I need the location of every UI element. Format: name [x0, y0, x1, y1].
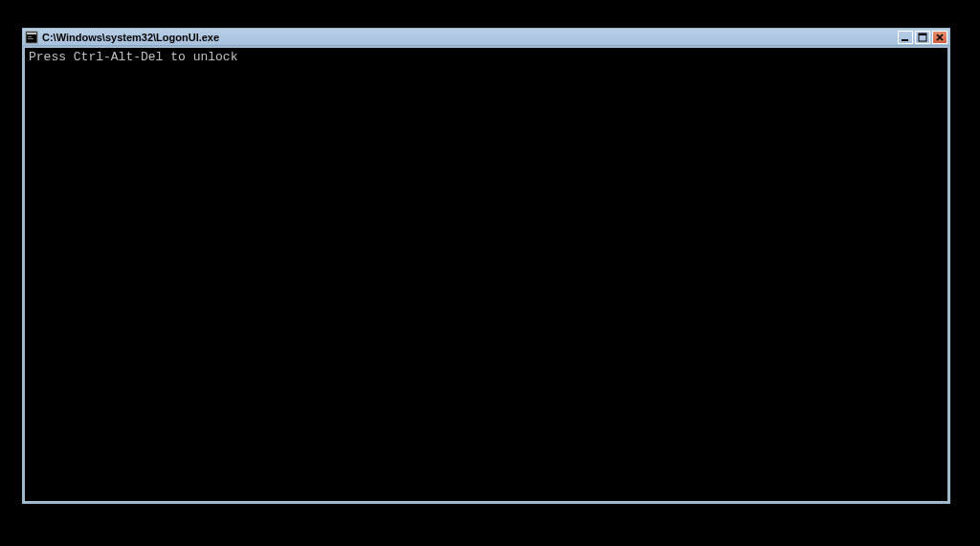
console-line: Press Ctrl-Alt-Del to unlock — [29, 50, 944, 65]
window-title: C:\Windows\system32\LogonUI.exe — [42, 31, 898, 44]
app-icon — [25, 31, 38, 44]
close-button[interactable] — [932, 31, 947, 44]
minimize-button[interactable] — [898, 31, 913, 44]
svg-rect-6 — [919, 34, 926, 35]
svg-rect-3 — [28, 38, 33, 39]
window-controls — [898, 31, 947, 44]
maximize-button[interactable] — [915, 31, 930, 44]
svg-rect-2 — [28, 36, 32, 37]
console-output: Press Ctrl-Alt-Del to unlock — [23, 46, 949, 503]
svg-rect-1 — [27, 33, 36, 34]
console-window: C:\Windows\system32\LogonUI.exe — [22, 28, 950, 504]
svg-rect-4 — [902, 39, 908, 41]
titlebar[interactable]: C:\Windows\system32\LogonUI.exe — [23, 29, 949, 46]
